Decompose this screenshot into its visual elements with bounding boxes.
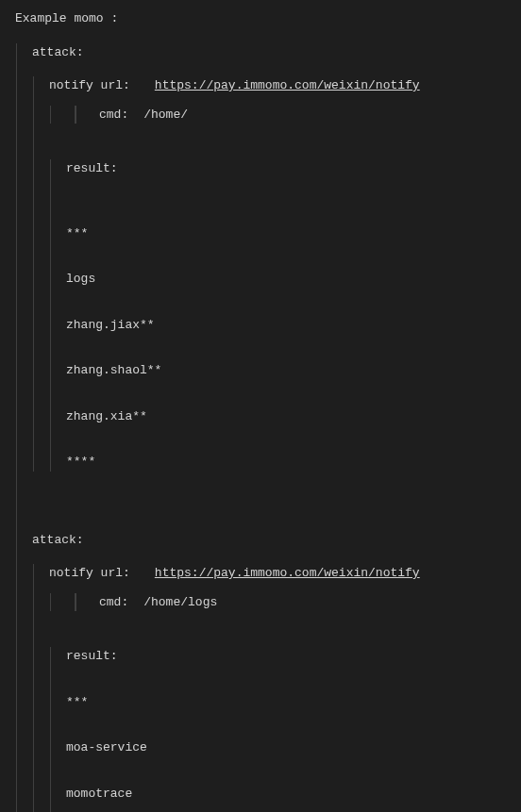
cmd-label-2: cmd: bbox=[99, 593, 128, 612]
result-line: momotrace bbox=[66, 785, 506, 804]
notify-url-2[interactable]: https://pay.immomo.com/weixin/notify bbox=[155, 564, 420, 583]
result-line: logs bbox=[66, 270, 506, 289]
cmd-outer-1: cmd: /home/ bbox=[50, 106, 506, 124]
result-line: zhang.shaol** bbox=[66, 361, 506, 380]
cmd-value-2: /home/logs bbox=[143, 593, 217, 612]
indent-block-1: attack: notify url: https://pay.immomo.c… bbox=[16, 43, 506, 813]
result-block-1: result: *** logs zhang.jiax** zhang.shao… bbox=[50, 159, 506, 472]
attack-1-body: notify url: https://pay.immomo.com/weixi… bbox=[33, 76, 506, 472]
result-label-2: result: bbox=[66, 647, 506, 666]
result-line: moa-service bbox=[66, 738, 506, 757]
example-header: Example momo : bbox=[15, 9, 506, 28]
result-line: zhang.xia** bbox=[66, 407, 506, 426]
notify-label-1: notify url: bbox=[49, 76, 130, 95]
notify-row-1: notify url: https://pay.immomo.com/weixi… bbox=[49, 76, 506, 95]
cmd-row-2: cmd: /home/logs bbox=[75, 593, 506, 612]
result-line: zhang.jiax** bbox=[66, 316, 506, 335]
cmd-outer-2: cmd: /home/logs bbox=[50, 593, 506, 612]
result-line: *** bbox=[66, 693, 506, 712]
result-block-2: result: *** moa-service momotrace **** bbox=[50, 647, 506, 812]
cmd-value-1: /home/ bbox=[143, 106, 188, 124]
cmd-label-1: cmd: bbox=[99, 106, 128, 124]
attack-label-1: attack: bbox=[32, 43, 506, 62]
result-line: *** bbox=[66, 224, 506, 243]
notify-row-2: notify url: https://pay.immomo.com/weixi… bbox=[49, 564, 506, 583]
attack-label-2: attack: bbox=[32, 531, 506, 550]
cmd-row-1: cmd: /home/ bbox=[75, 106, 506, 124]
result-label-1: result: bbox=[66, 159, 506, 178]
notify-label-2: notify url: bbox=[49, 564, 130, 583]
notify-url-1[interactable]: https://pay.immomo.com/weixin/notify bbox=[155, 76, 420, 95]
attack-2-body: notify url: https://pay.immomo.com/weixi… bbox=[33, 564, 506, 812]
result-line: **** bbox=[66, 453, 506, 472]
